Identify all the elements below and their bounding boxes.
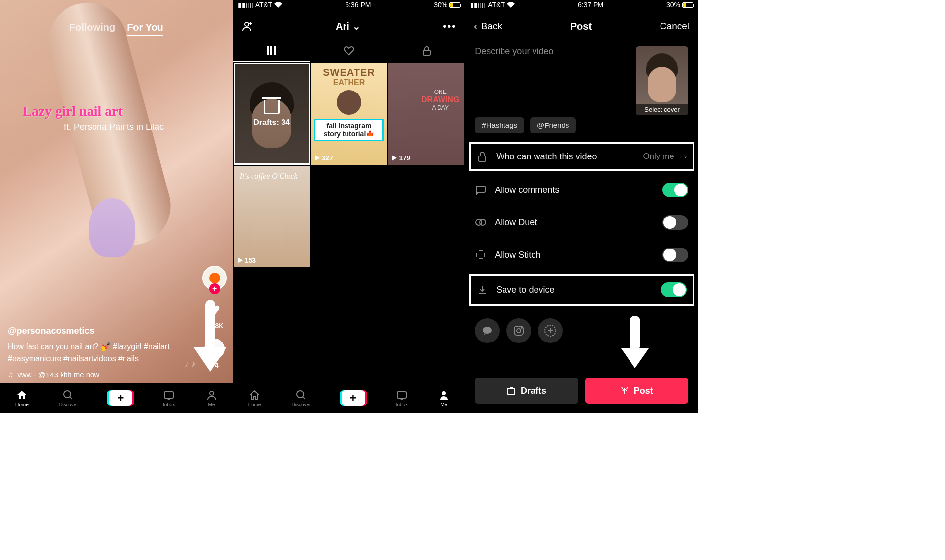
home-icon — [16, 389, 28, 401]
wifi-icon — [274, 2, 282, 8]
views-badge: 327 — [315, 154, 333, 162]
status-bar: ▮▮▯▯ AT&T 6:36 PM 30% — [233, 0, 466, 10]
battery-icon — [449, 2, 460, 8]
wifi-icon — [507, 2, 515, 8]
nav-inbox[interactable]: Inbox — [163, 389, 175, 407]
nav-me[interactable]: Me — [438, 389, 450, 407]
save-toggle[interactable] — [661, 282, 687, 297]
feed-screen: Following For You Lazy girl nail art ft.… — [0, 0, 233, 413]
battery-percent: 30% — [666, 1, 680, 9]
post-button[interactable]: Post — [585, 378, 688, 404]
drafts-icon — [264, 100, 280, 114]
share-message-icon[interactable] — [475, 318, 500, 343]
svg-rect-6 — [270, 46, 272, 55]
select-cover-label: Select cover — [636, 104, 688, 115]
nav-discover[interactable]: Discover — [59, 389, 78, 407]
svg-point-19 — [521, 327, 522, 328]
creator-username[interactable]: @personacosmetics — [8, 326, 189, 336]
video-grid: Drafts: 34 SWEATER EATHER fall instagram… — [233, 62, 466, 268]
hashtags-chip[interactable]: #Hashtags — [475, 117, 524, 133]
privacy-row[interactable]: Who can watch this video Only me › — [469, 142, 694, 171]
privacy-value: Only me — [643, 152, 674, 161]
tab-following[interactable]: Following — [69, 22, 115, 36]
lock-icon — [476, 151, 488, 162]
nav-create[interactable]: + — [109, 390, 132, 406]
stitch-icon — [475, 249, 487, 261]
page-title: Post — [570, 21, 592, 32]
video-caption: How fast can you nail art? 💅 #lazygirl #… — [8, 341, 189, 365]
play-icon — [315, 155, 320, 161]
svg-point-0 — [209, 273, 220, 283]
cancel-button[interactable]: Cancel — [660, 21, 689, 31]
profile-name-dropdown[interactable]: Ari ⌄ — [336, 20, 361, 32]
views-badge: 179 — [392, 154, 410, 162]
clock: 6:36 PM — [345, 1, 371, 9]
tab-foryou[interactable]: For You — [127, 22, 163, 36]
tab-liked[interactable] — [310, 39, 388, 62]
feed-tabs: Following For You — [69, 22, 163, 36]
creator-avatar[interactable]: + — [202, 266, 227, 290]
drafts-count: Drafts: 34 — [253, 118, 290, 127]
svg-point-18 — [517, 329, 521, 333]
play-icon — [238, 257, 243, 263]
tab-private[interactable] — [388, 39, 466, 62]
nav-inbox[interactable]: Inbox — [396, 389, 408, 407]
comments-row[interactable]: Allow comments — [465, 174, 698, 206]
svg-point-9 — [297, 391, 304, 398]
nav-home[interactable]: Home — [248, 389, 261, 407]
cover-thumbnail[interactable]: Select cover — [636, 46, 688, 115]
comment-icon — [475, 184, 487, 196]
signal-icon: ▮▮▯▯ — [470, 1, 486, 9]
carrier-label: AT&T — [488, 1, 505, 9]
inbox-icon — [396, 389, 408, 401]
svg-point-4 — [245, 22, 249, 26]
chevron-right-icon: › — [684, 152, 687, 161]
stitch-row[interactable]: Allow Stitch — [465, 239, 698, 271]
add-person-icon[interactable] — [242, 20, 253, 32]
search-icon — [63, 389, 74, 401]
tab-videos[interactable] — [233, 39, 311, 62]
duet-toggle[interactable] — [662, 215, 688, 230]
profile-screen: ▮▮▯▯ AT&T 6:36 PM 30% Ari ⌄ ••• — [233, 0, 466, 413]
nav-me[interactable]: Me — [206, 389, 218, 407]
svg-point-11 — [442, 391, 446, 395]
share-row — [465, 309, 698, 353]
svg-rect-21 — [508, 389, 515, 395]
clock: 6:37 PM — [578, 1, 603, 9]
follow-plus-icon[interactable]: + — [209, 283, 220, 294]
save-row[interactable]: Save to device — [469, 274, 694, 306]
status-bar: ▮▮▯▯ AT&T 6:37 PM 30% — [465, 0, 698, 10]
post-screen: ▮▮▯▯ AT&T 6:37 PM 30% ‹ Back Post Cancel… — [465, 0, 698, 413]
share-more-icon[interactable] — [538, 318, 563, 343]
comments-toggle[interactable] — [662, 183, 688, 197]
music-info[interactable]: ♫ vww - @143 kith me now — [8, 371, 189, 379]
svg-rect-13 — [476, 186, 485, 192]
profile-content-tabs — [233, 39, 466, 62]
nav-create[interactable]: + — [342, 390, 365, 406]
share-instagram-icon[interactable] — [506, 318, 531, 343]
friends-chip[interactable]: @Friends — [530, 117, 576, 133]
duet-icon — [475, 217, 487, 228]
svg-rect-7 — [274, 46, 276, 55]
nav-home[interactable]: Home — [15, 389, 29, 407]
back-button[interactable]: ‹ Back — [474, 21, 502, 31]
arrow-down-icon — [621, 316, 649, 368]
description-input[interactable]: Describe your video — [475, 46, 636, 115]
battery-icon — [682, 2, 693, 8]
video-tile[interactable]: SWEATER EATHER fall instagram story tuto… — [311, 63, 387, 165]
svg-rect-8 — [423, 50, 430, 55]
more-options-icon[interactable]: ••• — [443, 21, 456, 32]
drafts-tile[interactable]: Drafts: 34 — [234, 63, 310, 165]
stitch-toggle[interactable] — [662, 248, 688, 262]
inbox-icon — [163, 389, 175, 401]
music-icon: ♫ — [8, 371, 13, 379]
carrier-label: AT&T — [255, 1, 273, 9]
nav-discover[interactable]: Discover — [292, 389, 311, 407]
person-icon — [206, 389, 218, 401]
drafts-button[interactable]: Drafts — [475, 378, 578, 404]
video-tile[interactable]: It's coffee O'Clock 153 — [234, 166, 310, 268]
signal-icon: ▮▮▯▯ — [238, 1, 253, 9]
duet-row[interactable]: Allow Duet — [465, 206, 698, 239]
video-tile[interactable]: ONE DRAWING A DAY 179 — [388, 63, 464, 165]
views-badge: 153 — [238, 256, 256, 264]
